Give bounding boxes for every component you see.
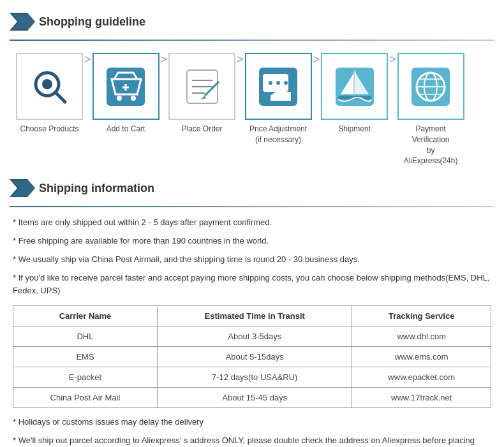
table-cell-0-0: DHL — [13, 326, 158, 347]
shipping-note-2: * Free shipping are available for more t… — [13, 235, 491, 248]
step-label-payment-verification: Payment Verificationby AliExpress(24h) — [399, 124, 463, 166]
table-header-tracking: Tracking Service — [352, 306, 491, 326]
step-choose-products: Choose Products — [16, 53, 83, 135]
step-place-order: Place Order — [168, 53, 235, 135]
footer-note-1: * Holidays or customs issues may delay t… — [13, 416, 491, 429]
table-header-carrier: Carrier Name — [13, 306, 158, 326]
table-cell-1-2: www.ems.com — [352, 347, 491, 367]
table-row: China Post Air MailAbout 15-45 dayswww.1… — [13, 388, 491, 408]
shipping-divider — [10, 206, 494, 207]
table-cell-0-1: About 3-5days — [157, 326, 352, 347]
shipping-info-header: Shipping information — [10, 179, 494, 197]
main-container: Shopping guideline Choose Products > — [0, 0, 504, 447]
step-label-add-to-cart: Add to Cart — [94, 124, 158, 135]
arrow-5: > — [389, 53, 396, 89]
steps-container: Choose Products > Add to Cart > — [10, 50, 494, 173]
step-icon-shipment — [321, 53, 388, 120]
shipping-note-4: * If you'd like to receive parcel faster… — [13, 272, 491, 298]
table-cell-2-0: E-packet — [13, 367, 158, 388]
step-icon-place-order — [168, 53, 235, 120]
table-cell-0-2: www.dhl.com — [352, 326, 491, 347]
step-add-to-cart: Add to Cart — [93, 53, 159, 135]
guideline-divider — [10, 40, 494, 41]
svg-point-18 — [284, 81, 288, 85]
table-header-transit: Estimated Time in Transit — [157, 306, 352, 326]
step-shipment: Shipment — [321, 53, 388, 135]
shopping-guideline-header: Shopping guideline — [10, 13, 494, 31]
svg-point-17 — [276, 81, 280, 85]
table-row: EMSAbout 5-15dayswww.ems.com — [13, 347, 491, 367]
svg-line-3 — [56, 92, 65, 102]
arrow-3: > — [237, 53, 244, 89]
step-price-adjustment: Price Adjustment(if necessary) — [245, 53, 312, 145]
svg-point-4 — [42, 79, 52, 89]
step-icon-choose-products — [16, 53, 83, 120]
shipping-info-title: Shipping information — [39, 182, 154, 195]
carrier-table: Carrier Name Estimated Time in Transit T… — [13, 305, 491, 408]
step-label-choose-products: Choose Products — [18, 124, 82, 135]
svg-marker-32 — [13, 180, 35, 196]
chevron-graphic — [10, 13, 35, 31]
step-icon-payment-verification — [397, 53, 464, 120]
table-row: DHLAbout 3-5dayswww.dhl.com — [13, 326, 491, 347]
footer-note-2: * We'll ship out parcel according to Ali… — [13, 434, 491, 447]
arrow-4: > — [313, 53, 320, 89]
step-label-shipment: Shipment — [323, 124, 387, 135]
table-cell-2-2: www.epacket.com — [352, 367, 491, 388]
step-label-place-order: Place Order — [170, 124, 234, 135]
step-icon-price-adjustment — [245, 53, 312, 120]
table-cell-3-1: About 15-45 days — [157, 388, 352, 408]
arrow-2: > — [161, 53, 168, 89]
shipping-info-content: * Items are only shipped out within 2 - … — [10, 216, 494, 447]
table-cell-1-1: About 5-15days — [157, 347, 352, 367]
table-cell-3-0: China Post Air Mail — [13, 388, 158, 408]
svg-point-6 — [117, 96, 122, 101]
table-cell-1-0: EMS — [13, 347, 158, 367]
svg-point-16 — [269, 81, 272, 85]
step-icon-add-to-cart — [93, 53, 159, 120]
shipping-chevron-graphic — [10, 179, 35, 197]
shipping-note-3: * We usually ship via China Post Airmail… — [13, 253, 491, 267]
step-label-price-adjustment: Price Adjustment(if necessary) — [246, 124, 310, 145]
shipping-note-1: * Items are only shipped out within 2 - … — [13, 216, 491, 230]
table-cell-3-2: www.17track.net — [352, 388, 491, 408]
svg-point-7 — [131, 96, 136, 101]
table-row: E-packet7-12 days(to USA&RU)www.epacket.… — [13, 367, 491, 388]
step-payment-verification: Payment Verificationby AliExpress(24h) — [397, 53, 464, 166]
arrow-1: > — [84, 53, 91, 89]
shopping-guideline-title: Shopping guideline — [39, 15, 145, 29]
table-cell-2-1: 7-12 days(to USA&RU) — [157, 367, 352, 388]
svg-marker-1 — [13, 14, 35, 29]
